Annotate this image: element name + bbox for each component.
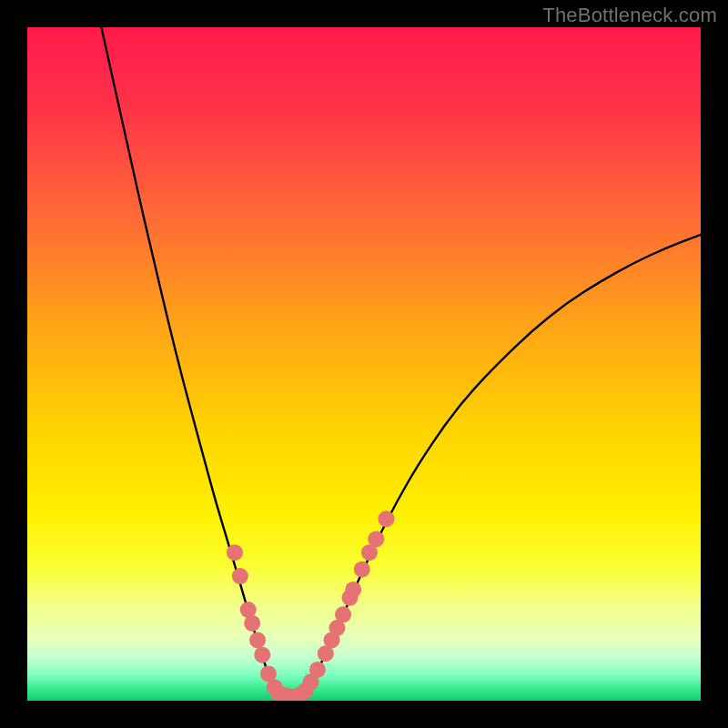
plot-area xyxy=(27,27,701,701)
bottleneck-curve-chart xyxy=(27,27,701,701)
curve-marker xyxy=(232,568,248,584)
curve-marker xyxy=(354,561,370,578)
curve-marker xyxy=(368,531,384,547)
curve-marker xyxy=(345,581,361,598)
curve-marker xyxy=(227,544,243,561)
curve-marker xyxy=(249,632,266,648)
watermark-text: TheBottleneck.com xyxy=(542,4,717,27)
curve-marker xyxy=(254,647,270,663)
curve-marker xyxy=(309,662,326,678)
curve-marker xyxy=(335,606,351,622)
gradient-background xyxy=(27,27,701,701)
curve-marker xyxy=(378,511,394,527)
outer-frame: TheBottleneck.com xyxy=(0,0,728,728)
curve-marker xyxy=(244,615,260,632)
